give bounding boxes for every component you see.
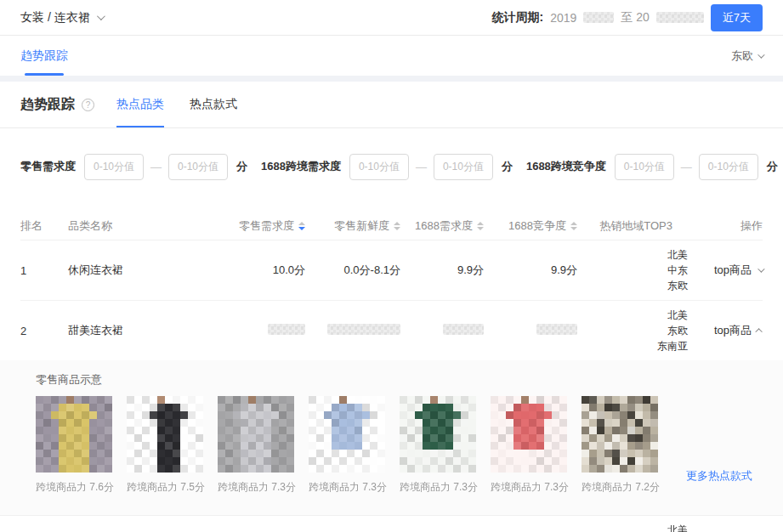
sort-icons[interactable]	[394, 222, 400, 230]
region-selector[interactable]: 东欧	[731, 48, 763, 64]
tab-hot-styles[interactable]: 热点款式	[190, 82, 237, 127]
filter-label: 零售需求度	[20, 159, 76, 174]
filter-bar: 零售需求度 — 分 1688跨境需求度 — 分 1688跨境竞争度 — 分 筛选	[0, 128, 783, 207]
cross-border-compete-min-input[interactable]	[615, 154, 674, 180]
col-rank: 排名	[20, 218, 68, 234]
retail-demand-cell: 10.0分	[230, 263, 305, 278]
redacted-value	[536, 324, 577, 335]
redacted-date	[656, 12, 704, 23]
last-7-days-button[interactable]: 近7天	[711, 4, 763, 31]
chevron-down-icon	[757, 51, 764, 58]
product-image[interactable]	[309, 396, 385, 473]
chevron-up-icon	[755, 328, 762, 335]
product-row: 跨境商品力 7.6分 跨境商品力 7.5分 跨境商品力 7.3分 跨境商品力 7…	[36, 396, 763, 495]
product-score: 跨境商品力 7.3分	[218, 480, 294, 495]
product-card: 跨境商品力 7.2分	[582, 396, 658, 495]
retail-demand-min-input[interactable]	[84, 154, 144, 180]
panel-title: 零售商品示意	[36, 372, 763, 388]
redacted-value	[268, 324, 305, 335]
sort-asc-icon[interactable]	[394, 222, 400, 225]
category-name-cell: 休闲连衣裙	[68, 263, 230, 278]
cross-border-demand-min-input[interactable]	[349, 154, 409, 180]
sort-icons[interactable]	[570, 222, 577, 230]
sort-desc-icon[interactable]	[570, 227, 577, 230]
tab-label: 热点款式	[190, 97, 237, 112]
top-bar: 女装 / 连衣裙 统计周期: 2019 至 20 近7天	[0, 0, 783, 36]
demand-1688-cell	[400, 324, 484, 337]
top-regions-cell: 北美 中东 东欧	[577, 241, 688, 300]
nav-tab-label: 趋势跟踪	[20, 48, 68, 64]
redacted-value	[443, 324, 484, 335]
col-retail-demand[interactable]: 零售需求度	[230, 218, 305, 234]
unit-label: 分	[236, 159, 247, 174]
product-image[interactable]	[218, 396, 294, 473]
category-breadcrumb[interactable]: 女装 / 连衣裙	[20, 10, 103, 25]
range-dash: —	[150, 161, 162, 173]
product-card: 跨境商品力 7.3分	[218, 396, 294, 495]
table-row: 2 甜美连衣裙 北美 东欧 东南亚 top商品	[20, 301, 763, 360]
sort-asc-icon[interactable]	[477, 222, 484, 225]
region-label: 东欧	[731, 48, 753, 64]
sort-asc-icon[interactable]	[298, 222, 305, 225]
product-image[interactable]	[491, 396, 567, 473]
top-regions-cell: 北美 东欧 东南亚	[577, 301, 688, 360]
action-cell: top商品	[688, 263, 763, 278]
col-retail-freshness[interactable]: 零售新鲜度	[305, 218, 400, 234]
category-table: 排名 品类名称 零售需求度 零售新鲜度 1688需求度 1688竞争度 热销地域…	[0, 212, 783, 532]
product-score: 跨境商品力 7.5分	[127, 480, 203, 495]
product-score: 跨境商品力 7.3分	[400, 480, 476, 495]
product-card: 跨境商品力 7.3分	[309, 396, 385, 495]
col-1688-compete[interactable]: 1688竞争度	[484, 218, 577, 234]
divider-band	[0, 76, 783, 82]
active-tab-underline	[25, 73, 64, 76]
top-products-toggle[interactable]: top商品	[714, 323, 763, 338]
nav-tab-trend-tracking[interactable]: 趋势跟踪	[20, 36, 68, 76]
rank-cell: 2	[20, 325, 68, 337]
range-dash: —	[681, 161, 692, 173]
col-category-name: 品类名称	[68, 218, 230, 234]
action-cell: top商品	[688, 323, 763, 338]
product-card: 跨境商品力 7.3分	[400, 396, 476, 495]
product-image[interactable]	[36, 396, 112, 473]
table-row: 1 休闲连衣裙 10.0分 0.0分-8.1分 9.9分 9.9分 北美 中东 …	[20, 241, 763, 301]
product-card: 跨境商品力 7.6分	[36, 396, 112, 495]
product-score: 跨境商品力 7.3分	[309, 480, 385, 495]
period-to: 至 20	[621, 10, 649, 25]
sort-desc-icon[interactable]	[298, 227, 305, 230]
retail-products-panel: 零售商品示意 跨境商品力 7.6分 跨境商品力 7.5分 跨境商品力 7.3分 …	[0, 360, 783, 516]
filter-label: 1688跨境竞争度	[526, 159, 606, 174]
rank-cell: 1	[20, 264, 68, 277]
product-card: 跨境商品力 7.5分	[127, 396, 203, 495]
top-products-toggle[interactable]: top商品	[714, 263, 763, 278]
category-name-cell: 甜美连衣裙	[68, 323, 230, 338]
product-score: 跨境商品力 7.6分	[36, 480, 112, 495]
sort-desc-icon[interactable]	[477, 227, 484, 230]
sort-icons[interactable]	[477, 222, 484, 230]
sort-asc-icon[interactable]	[570, 222, 577, 225]
period-start-year: 2019	[550, 11, 576, 25]
cross-border-compete-max-input[interactable]	[699, 154, 758, 180]
top-regions-cell: 北美 东欧 东南亚	[577, 516, 688, 532]
sort-desc-icon[interactable]	[394, 227, 400, 230]
nav-bar: 趋势跟踪 东欧	[0, 36, 783, 76]
sort-icons[interactable]	[298, 222, 305, 230]
col-1688-demand[interactable]: 1688需求度	[400, 218, 484, 234]
demand-1688-cell: 9.9分	[400, 263, 484, 278]
tab-label: 热点品类	[116, 97, 164, 112]
stat-period: 统计周期: 2019 至 20 近7天	[491, 4, 763, 31]
cross-border-demand-max-input[interactable]	[434, 154, 493, 180]
period-label: 统计周期:	[491, 10, 543, 25]
product-image[interactable]	[582, 396, 658, 473]
col-actions: 操作	[688, 218, 763, 234]
product-image[interactable]	[400, 396, 476, 473]
tab-hot-categories[interactable]: 热点品类	[116, 82, 164, 127]
help-icon[interactable]: ?	[82, 99, 94, 111]
filter-label: 1688跨境需求度	[261, 159, 341, 174]
more-hot-styles-link[interactable]: 更多热点款式	[686, 468, 752, 484]
chevron-down-icon	[757, 265, 764, 272]
breadcrumb-label: 女装 / 连衣裙	[20, 10, 90, 25]
compete-1688-cell: 9.9分	[484, 263, 577, 278]
product-image[interactable]	[127, 396, 203, 473]
retail-demand-max-input[interactable]	[168, 154, 228, 180]
redacted-value	[327, 324, 400, 335]
